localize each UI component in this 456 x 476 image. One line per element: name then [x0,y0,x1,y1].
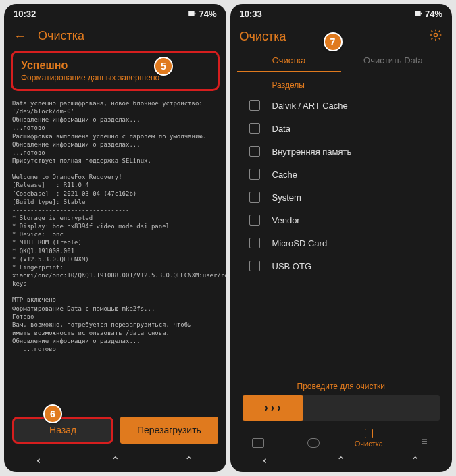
tab-clean[interactable]: Очистка [237,50,341,72]
list-item[interactable]: Dalvik / ART Cache [243,94,440,117]
list-item[interactable]: Data [243,117,440,140]
svg-rect-0 [189,11,195,16]
annotation-badge-7: 7 [324,32,343,51]
header: ← Очистка [4,23,226,47]
tabs: Очистка Очистить Data [230,47,453,72]
partition-list: Dalvik / ART Cache Data Внутренняя памят… [230,94,453,277]
checkbox-icon[interactable] [249,123,260,134]
checkbox-icon[interactable] [249,100,260,111]
bottom-tab-files[interactable] [238,438,278,448]
status-batt: 74% [425,9,442,19]
checkbox-icon[interactable] [249,261,260,271]
list-item[interactable]: Внутренняя память [243,140,440,163]
cloud-icon [307,438,320,448]
battery-icon [188,9,196,18]
nav-menu-icon[interactable]: ⌄ [34,456,47,465]
swipe-handle[interactable]: › › › [243,395,303,421]
annotation-badge-5: 5 [154,57,173,76]
list-item[interactable]: System [243,186,440,209]
checkbox-icon[interactable] [249,192,260,203]
terminal-output: Data успешно расшифрована, новое блочное… [4,97,226,413]
phone-left: 10:32 74% ← Очистка 5 Успешно Форматиров… [4,4,226,472]
nav-up-icon[interactable]: ⌃ [411,454,420,467]
back-arrow-icon[interactable]: ← [14,28,27,44]
reboot-button[interactable]: Перезагрузить [120,417,218,444]
bottom-tab-clean[interactable]: Очистка [349,429,389,448]
svg-rect-1 [195,13,196,14]
page-title: Очистка [38,29,84,43]
bottom-tab-menu[interactable]: ≡ [404,435,445,448]
list-item[interactable]: Cache [243,163,440,186]
status-right: 74% [188,9,216,19]
back-button[interactable]: Назад [12,417,113,444]
tab-clear-data[interactable]: Очистить Data [341,50,445,72]
status-batt: 74% [199,9,216,19]
section-label: Разделы [230,72,453,94]
chevron-right-icon: › [265,402,268,414]
annotation-badge-6: 6 [43,404,62,423]
statusbar: 10:33 74% [230,4,453,23]
checkbox-icon[interactable] [249,238,260,248]
checkbox-icon[interactable] [249,146,260,157]
status-time: 10:33 [240,9,262,19]
success-banner: Успешно Форматирование данных завершено [11,51,220,91]
phone-right: 10:33 74% 7 Очистка Очистка Очистить Dat… [230,4,453,472]
svg-rect-3 [421,13,422,14]
swipe-slider[interactable]: › › › [243,395,440,421]
menu-icon: ≡ [421,435,427,448]
status-time: 10:32 [14,9,36,19]
page-title: Очистка [240,30,286,44]
statusbar: 10:32 74% [4,4,226,23]
swipe-hint: Проведите для очистки [230,381,453,395]
folder-icon [252,438,264,448]
status-right: 74% [414,9,442,19]
list-item[interactable]: Vendor [243,209,440,232]
nav-up-icon[interactable]: ⌃ [184,454,193,467]
nav-home-icon[interactable]: ⌃ [111,454,120,467]
button-row: Назад Перезагрузить [4,413,226,449]
success-subtitle: Форматирование данных завершено [21,73,209,82]
checkbox-icon[interactable] [249,169,260,180]
android-navbar: ⌄ ⌃ ⌃ [4,449,226,472]
trash-icon [365,429,373,438]
svg-point-4 [434,34,438,37]
gear-icon[interactable] [429,28,442,45]
success-title: Успешно [21,59,209,72]
android-navbar: ⌄ ⌃ ⌃ [230,449,453,472]
list-item[interactable]: MicroSD Card [243,232,440,255]
nav-home-icon[interactable]: ⌃ [336,454,345,467]
bottom-nav: Очистка ≡ [230,426,453,449]
nav-menu-icon[interactable]: ⌄ [261,456,274,465]
chevron-right-icon: › [277,402,280,414]
bottom-tab-cloud[interactable] [293,438,334,448]
checkbox-icon[interactable] [249,215,260,226]
svg-rect-2 [415,11,420,16]
list-item[interactable]: USB OTG [243,255,440,277]
chevron-right-icon: › [271,402,274,414]
battery-icon [414,9,422,18]
